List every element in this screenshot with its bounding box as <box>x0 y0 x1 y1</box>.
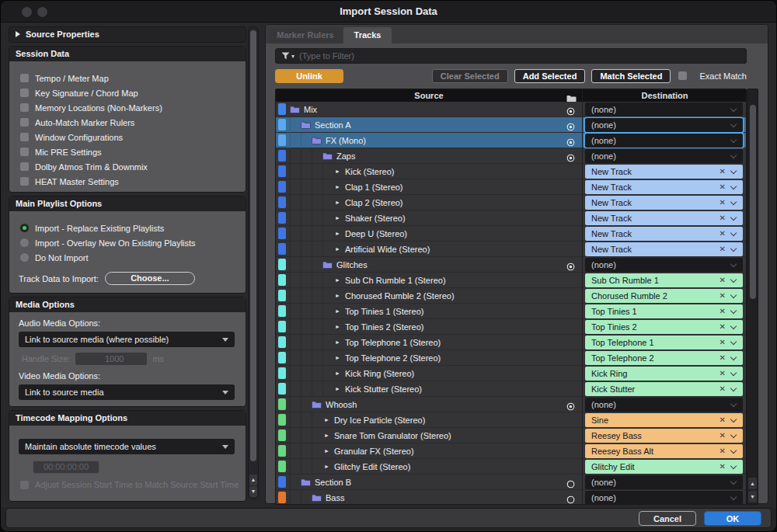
scroll-up-icon[interactable]: ▲ <box>748 478 757 489</box>
session-data-checkbox-item[interactable]: Mic PRE Settings <box>19 144 246 159</box>
sidebar-scrollbar-thumb[interactable] <box>250 30 256 461</box>
session-data-checkbox-item[interactable]: HEAT Master Settings <box>19 174 246 189</box>
handle-size-field[interactable]: 1000 <box>75 353 147 365</box>
destination-dropdown[interactable]: Top Tinies 2 ✕ <box>585 320 743 334</box>
destination-dropdown[interactable]: New Track ✕ <box>585 165 743 179</box>
filter-dropdown-arrow-icon[interactable]: ▾ <box>291 53 294 60</box>
checkbox-icon[interactable] <box>20 162 29 171</box>
checkbox-icon[interactable] <box>20 118 29 127</box>
table-scrollbar-thumb[interactable] <box>750 105 756 299</box>
tab-marker-rulers[interactable]: Marker Rulers <box>269 27 342 43</box>
destination-dropdown[interactable]: (none) <box>585 149 743 163</box>
chevron-down-icon[interactable] <box>730 168 737 174</box>
remove-destination-icon[interactable]: ✕ <box>720 291 726 300</box>
table-row[interactable]: Section B (none) <box>276 475 746 490</box>
destination-dropdown[interactable]: (none) <box>585 134 743 148</box>
chevron-down-icon[interactable] <box>730 447 737 454</box>
destination-dropdown[interactable]: Top Telephone 1 ✕ <box>585 336 743 349</box>
scroll-down-icon[interactable]: ▼ <box>748 491 757 502</box>
unlink-button[interactable]: Unlink <box>275 69 343 83</box>
destination-dropdown[interactable]: (none) <box>585 398 743 412</box>
checkbox-icon[interactable] <box>20 89 29 97</box>
table-row[interactable]: Whoosh (none) <box>276 397 746 412</box>
destination-dropdown[interactable]: (none) <box>585 258 743 272</box>
destination-dropdown[interactable]: (none) <box>585 118 743 132</box>
destination-dropdown[interactable]: New Track ✕ <box>585 196 743 210</box>
table-row[interactable]: ► Snare Tom Granulator (Stereo) Reesey B… <box>276 428 746 443</box>
destination-dropdown[interactable]: Top Tinies 1 ✕ <box>585 304 743 318</box>
table-row[interactable]: ► Glitchy Edit (Stereo) Glitchy Edit ✕ <box>276 459 746 475</box>
filter-input[interactable]: ▾ (Type to Filter) <box>275 48 747 64</box>
playlist-radio-item[interactable]: Do Not Import <box>19 250 246 265</box>
destination-dropdown[interactable]: (none) <box>585 103 743 116</box>
chevron-down-icon[interactable] <box>730 292 737 298</box>
chevron-down-icon[interactable] <box>730 152 737 158</box>
remove-destination-icon[interactable]: ✕ <box>720 229 726 238</box>
chevron-down-icon[interactable] <box>730 354 737 360</box>
table-row[interactable]: ► Shaker (Stereo) New Track ✕ <box>276 210 746 226</box>
table-row[interactable]: ► Sub Ch Rumble 1 (Stereo) Sub Ch Rumble… <box>276 273 746 288</box>
sidebar-scrollbar[interactable]: ▲ ▼ <box>248 26 259 499</box>
session-data-checkbox-item[interactable]: Tempo / Meter Map <box>19 71 246 85</box>
destination-dropdown[interactable]: Kick Stutter ✕ <box>585 382 743 396</box>
chevron-down-icon[interactable] <box>730 106 737 112</box>
destination-dropdown[interactable]: Kick Ring ✕ <box>585 367 743 381</box>
chevron-down-icon[interactable] <box>730 261 737 267</box>
table-row[interactable]: Bass (none) <box>276 490 746 505</box>
destination-dropdown[interactable]: New Track ✕ <box>585 227 743 241</box>
chevron-down-icon[interactable] <box>730 121 737 127</box>
timecode-mapping-dropdown[interactable]: Maintain absolute timecode values <box>19 439 235 454</box>
remove-destination-icon[interactable]: ✕ <box>720 245 726 253</box>
chevron-down-icon[interactable] <box>730 401 737 407</box>
table-row[interactable]: ► Chorused Rumble 2 (Stereo) Chorused Ru… <box>276 288 746 304</box>
remove-destination-icon[interactable]: ✕ <box>720 322 726 331</box>
destination-dropdown[interactable]: (none) <box>585 491 743 505</box>
table-row[interactable]: ► Clap 1 (Stereo) New Track ✕ <box>276 179 746 195</box>
session-start-time-field[interactable]: 00:00:00:00 <box>33 461 99 474</box>
destination-dropdown[interactable]: New Track ✕ <box>585 242 743 256</box>
table-row[interactable]: Section A (none) <box>276 117 746 133</box>
session-data-checkbox-item[interactable]: Dolby Atmos Trim & Downmix <box>19 159 246 174</box>
destination-dropdown[interactable]: (none) <box>585 475 743 489</box>
remove-destination-icon[interactable]: ✕ <box>720 276 726 284</box>
table-row[interactable]: ► Top Tinies 1 (Stereo) Top Tinies 1 ✕ <box>276 304 746 319</box>
chevron-down-icon[interactable] <box>730 245 737 252</box>
table-row[interactable]: ► Granular FX (Stereo) Reesey Bass Alt ✕ <box>276 443 746 459</box>
chevron-down-icon[interactable] <box>730 494 737 500</box>
checkbox-icon[interactable] <box>20 177 29 186</box>
clear-selected-button[interactable]: Clear Selected <box>432 69 508 83</box>
chevron-down-icon[interactable] <box>730 214 737 221</box>
checkbox-icon[interactable] <box>20 148 29 156</box>
destination-dropdown[interactable]: New Track ✕ <box>585 211 743 225</box>
remove-destination-icon[interactable]: ✕ <box>720 384 726 393</box>
remove-destination-icon[interactable]: ✕ <box>720 214 726 222</box>
remove-destination-icon[interactable]: ✕ <box>720 198 726 207</box>
choose-button[interactable]: Choose... <box>105 272 195 285</box>
session-data-checkbox-item[interactable]: Auto-Match Marker Rulers <box>19 115 246 130</box>
chevron-down-icon[interactable] <box>730 183 737 190</box>
table-row[interactable]: ► Top Telephone 2 (Stereo) Top Telephone… <box>276 350 746 366</box>
chevron-down-icon[interactable] <box>730 478 737 485</box>
chevron-down-icon[interactable] <box>730 308 737 314</box>
table-row[interactable]: Mix (none) <box>276 102 746 117</box>
remove-destination-icon[interactable]: ✕ <box>720 167 726 176</box>
source-properties-header[interactable]: Source Properties <box>9 27 246 42</box>
remove-destination-icon[interactable]: ✕ <box>720 338 726 346</box>
table-scrollbar[interactable]: ▲ ▼ <box>747 89 758 505</box>
table-row[interactable]: FX (Mono) (none) <box>276 133 746 148</box>
chevron-down-icon[interactable] <box>730 323 737 329</box>
playlist-radio-item[interactable]: Import - Overlay New On Existing Playlis… <box>19 235 246 250</box>
checkbox-icon[interactable] <box>20 103 29 112</box>
checkbox-icon[interactable] <box>20 133 29 141</box>
remove-destination-icon[interactable]: ✕ <box>720 447 726 455</box>
exact-match-checkbox[interactable] <box>678 71 687 80</box>
adjust-session-start-checkbox[interactable] <box>20 481 29 489</box>
remove-destination-icon[interactable]: ✕ <box>720 369 726 377</box>
remove-destination-icon[interactable]: ✕ <box>720 462 726 471</box>
table-row[interactable]: ► Kick Stutter (Stereo) Kick Stutter ✕ <box>276 381 746 397</box>
tab-tracks[interactable]: Tracks <box>343 27 392 43</box>
destination-dropdown[interactable]: Glitchy Edit ✕ <box>585 460 743 474</box>
remove-destination-icon[interactable]: ✕ <box>720 353 726 362</box>
destination-dropdown[interactable]: Reesey Bass Alt ✕ <box>585 444 743 458</box>
chevron-down-icon[interactable] <box>730 339 737 345</box>
